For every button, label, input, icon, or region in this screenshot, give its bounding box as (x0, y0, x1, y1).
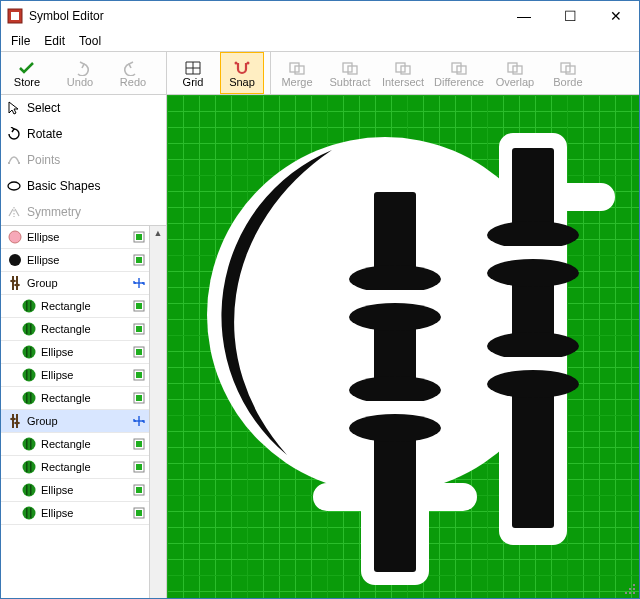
svg-rect-107 (625, 592, 627, 594)
shape-label: Rectangle (41, 461, 91, 473)
shape-badge-icon (133, 369, 145, 381)
svg-point-29 (9, 254, 21, 266)
toolbar-redo-button: Redo (107, 52, 160, 94)
tool-basic-shapes[interactable]: Basic Shapes (1, 173, 166, 199)
tree-scrollbar[interactable]: ▲ (149, 226, 166, 598)
shape-row[interactable]: Ellipse (1, 364, 149, 387)
tool-label: Points (27, 153, 60, 167)
grid-icon (184, 59, 202, 77)
shape-type-icon (21, 390, 37, 406)
minimize-button[interactable]: — (501, 1, 547, 31)
shape-row[interactable]: Rectangle (1, 387, 149, 410)
toolbar-snap-button[interactable]: Snap (220, 52, 264, 94)
tool-rotate[interactable]: Rotate (1, 121, 166, 147)
snap-icon (233, 59, 251, 77)
check-icon (18, 59, 36, 77)
shape-badge-icon (133, 415, 145, 427)
tool-label: Basic Shapes (27, 179, 100, 193)
tool-label: Rotate (27, 127, 62, 141)
svg-point-96 (349, 414, 441, 442)
menu-edit[interactable]: Edit (38, 32, 71, 50)
shape-row[interactable]: Rectangle (1, 456, 149, 479)
shape-type-icon (21, 436, 37, 452)
shape-type-icon (21, 367, 37, 383)
left-panel: SelectRotatePointsBasic ShapesSymmetry E… (1, 95, 167, 598)
close-button[interactable]: ✕ (593, 1, 639, 31)
svg-rect-50 (30, 347, 32, 357)
tool-symmetry: Symmetry (1, 199, 166, 225)
shape-row[interactable]: Rectangle (1, 433, 149, 456)
undo-icon (71, 59, 89, 77)
tool-panel: SelectRotatePointsBasic ShapesSymmetry (1, 95, 166, 226)
subtract-icon (341, 59, 359, 77)
shape-row[interactable]: Rectangle (1, 295, 149, 318)
toolbar-intersect-label: Intersect (382, 77, 424, 88)
symmetry-icon (7, 205, 21, 219)
menu-file[interactable]: File (5, 32, 36, 50)
toolbar-overlap-label: Overlap (496, 77, 535, 88)
overlap-icon (506, 59, 524, 77)
shape-badge-icon (133, 507, 145, 519)
tool-label: Symmetry (27, 205, 81, 219)
svg-rect-109 (633, 592, 635, 594)
shape-row[interactable]: Rectangle (1, 318, 149, 341)
intersect-icon (394, 59, 412, 77)
toolbar-subtract-label: Subtract (330, 77, 371, 88)
shape-type-icon (21, 298, 37, 314)
rotate-icon (7, 127, 21, 141)
svg-rect-108 (629, 592, 631, 594)
tool-label: Select (27, 101, 60, 115)
svg-rect-45 (30, 324, 32, 334)
shape-row[interactable]: Group (1, 272, 149, 295)
shape-label: Ellipse (41, 507, 73, 519)
svg-rect-23 (18, 162, 20, 164)
svg-point-26 (9, 231, 21, 243)
cursor-icon (7, 101, 21, 115)
svg-rect-1 (11, 12, 19, 20)
shape-row[interactable]: Ellipse (1, 249, 149, 272)
svg-point-58 (23, 392, 36, 405)
svg-rect-32 (12, 276, 14, 290)
resize-grip-icon[interactable] (625, 584, 637, 596)
maximize-button[interactable]: ☐ (547, 1, 593, 31)
shape-type-icon (7, 413, 23, 429)
toolbar-difference-label: Difference (434, 77, 484, 88)
canvas-artwork (167, 95, 639, 599)
shape-label: Group (27, 277, 58, 289)
shape-type-icon (7, 275, 23, 291)
toolbar-subtract-button: Subtract (324, 52, 377, 94)
svg-rect-104 (633, 584, 635, 586)
svg-rect-57 (136, 372, 142, 378)
svg-point-53 (23, 369, 36, 382)
svg-rect-105 (629, 588, 631, 590)
svg-rect-60 (30, 393, 32, 403)
redo-icon (124, 59, 142, 77)
svg-rect-39 (26, 301, 28, 311)
toolbar-store-button[interactable]: Store (1, 52, 54, 94)
svg-point-43 (23, 323, 36, 336)
shape-label: Ellipse (41, 369, 73, 381)
shape-type-icon (21, 482, 37, 498)
svg-rect-55 (30, 370, 32, 380)
shape-badge-icon (133, 254, 145, 266)
tool-select[interactable]: Select (1, 95, 166, 121)
svg-rect-76 (30, 462, 32, 472)
shape-row[interactable]: Ellipse (1, 226, 149, 249)
svg-rect-80 (26, 485, 28, 495)
toolbar-intersect-button: Intersect (377, 52, 430, 94)
shape-row[interactable]: Ellipse (1, 502, 149, 525)
shape-row[interactable]: Group (1, 410, 149, 433)
svg-rect-40 (30, 301, 32, 311)
svg-rect-73 (136, 441, 142, 447)
shape-row[interactable]: Ellipse (1, 341, 149, 364)
svg-rect-71 (30, 439, 32, 449)
svg-point-38 (23, 300, 36, 313)
toolbar-grid-button[interactable]: Grid (167, 52, 220, 94)
svg-rect-83 (136, 487, 142, 493)
scroll-up-icon: ▲ (154, 228, 163, 238)
canvas[interactable] (167, 95, 639, 598)
menu-tool[interactable]: Tool (73, 32, 107, 50)
merge-icon (288, 59, 306, 77)
shape-row[interactable]: Ellipse (1, 479, 149, 502)
shape-type-icon (21, 459, 37, 475)
